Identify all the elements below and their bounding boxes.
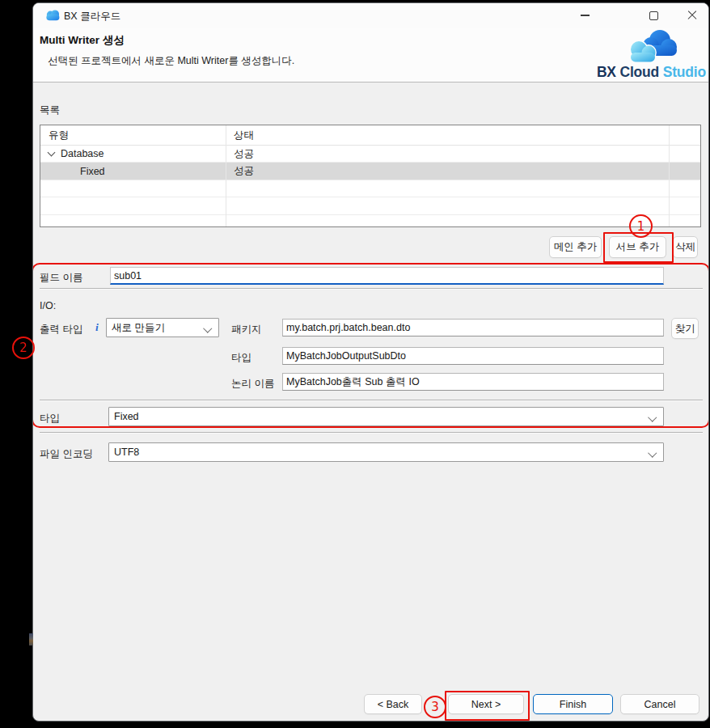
dto-type-input[interactable] (282, 347, 664, 365)
table-header-row: 유형 상태 (40, 125, 700, 146)
minimize-button[interactable] (567, 3, 603, 28)
row-status: 성공 (226, 163, 669, 179)
column-header-type[interactable]: 유형 (40, 125, 226, 145)
delete-button[interactable]: 삭제 (673, 236, 698, 258)
package-label: 패키지 (231, 323, 262, 336)
chevron-down-icon (648, 413, 657, 421)
logical-name-input[interactable] (282, 373, 664, 391)
app-cloud-icon (44, 10, 61, 21)
field-name-label: 필드 이름 (40, 271, 82, 285)
column-header-empty (669, 125, 700, 145)
row-status: 성공 (226, 146, 669, 162)
finish-button[interactable]: Finish (533, 694, 613, 714)
info-icon[interactable]: i (95, 321, 99, 334)
cancel-button[interactable]: Cancel (620, 694, 699, 714)
maximize-icon (649, 11, 658, 20)
writer-type-label: 타입 (40, 412, 60, 425)
table-row-fixed-selected[interactable]: Fixed 성공 (40, 163, 700, 180)
encoding-combo[interactable]: UTF8 (108, 442, 664, 462)
output-type-label: 출력 타입 (40, 323, 82, 336)
logical-name-label: 논리 이름 (231, 377, 274, 391)
page-title: Multi Writer 생성 (40, 33, 125, 48)
screenshot-root: { "window": { "title": "BX 클라우드" }, "hea… (0, 0, 710, 728)
minimize-icon (581, 15, 590, 15)
wizard-dialog: BX 클라우드 Multi Writer 생성 선택된 프로젝트에서 새로운 M… (32, 2, 709, 722)
column-header-status[interactable]: 상태 (226, 125, 669, 145)
writer-list-table: 유형 상태 Database 성공 Fixed 성공 (40, 125, 701, 227)
io-label: I/O: (40, 300, 56, 311)
page-subtitle: 선택된 프로젝트에서 새로운 Multi Writer를 생성합니다. (48, 54, 294, 68)
title-bar[interactable]: BX 클라우드 (33, 3, 708, 28)
separator (40, 400, 703, 401)
row-type: Fixed (40, 163, 226, 179)
writer-type-combo[interactable]: Fixed (108, 407, 664, 426)
bx-cloud-logo-icon (624, 28, 681, 66)
list-section-label: 목록 (40, 104, 60, 117)
bx-cloud-studio-wordmark: BX Cloud Studio (597, 64, 706, 81)
column-divider (669, 125, 670, 226)
next-button[interactable]: Next > (448, 694, 524, 714)
encoding-label: 파일 인코딩 (40, 447, 93, 461)
add-main-button[interactable]: 메인 추가 (549, 236, 602, 258)
column-divider (226, 125, 226, 226)
add-sub-button[interactable]: 서브 추가 (609, 236, 666, 258)
writer-type-value: Fixed (114, 411, 139, 422)
separator (40, 288, 703, 290)
separator (40, 432, 703, 434)
close-icon (687, 11, 697, 20)
table-row-empty[interactable] (40, 180, 700, 197)
table-row-empty[interactable] (40, 197, 700, 214)
output-type-combo[interactable]: 새로 만들기 (106, 318, 219, 337)
chevron-down-icon (648, 448, 657, 457)
browse-button[interactable]: 찾기 (671, 318, 699, 339)
field-name-input[interactable] (110, 267, 664, 285)
output-type-value: 새로 만들기 (112, 321, 165, 335)
window-title: BX 클라우드 (64, 10, 120, 23)
back-button[interactable]: < Back (364, 694, 422, 714)
annotation-circle-2: 2 (12, 336, 35, 359)
table-row-empty[interactable] (40, 215, 700, 226)
wizard-header: Multi Writer 생성 선택된 프로젝트에서 새로운 Multi Wri… (33, 28, 708, 83)
maximize-button[interactable] (636, 3, 672, 28)
annotation-circle-3: 3 (424, 696, 446, 718)
tree-expand-icon[interactable] (48, 149, 56, 157)
row-type: Database (61, 148, 104, 159)
package-input[interactable] (282, 319, 664, 336)
dto-type-label: 타입 (231, 351, 251, 365)
table-row-database[interactable]: Database 성공 (40, 146, 700, 163)
edge-artifact (29, 633, 33, 645)
encoding-value: UTF8 (114, 447, 139, 458)
chevron-down-icon (203, 324, 212, 332)
close-button[interactable] (674, 3, 709, 28)
